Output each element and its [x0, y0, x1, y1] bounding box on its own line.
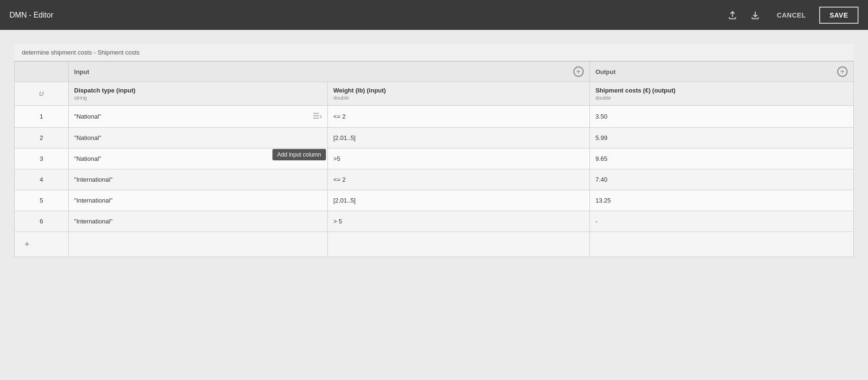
breadcrumb: determine shipment costs - Shipment cost… — [14, 44, 854, 61]
dmn-table-wrapper: Add input column Input + — [14, 61, 854, 257]
row-num-header — [15, 62, 69, 82]
page-title: DMN - Editor — [9, 11, 53, 19]
add-row-empty-3 — [589, 232, 853, 257]
row-num-4: 4 — [15, 169, 69, 190]
cell-cost-4[interactable]: 7.40 — [589, 169, 853, 190]
upload-button[interactable] — [724, 9, 741, 22]
annotation-u-cell: U — [15, 82, 69, 106]
input-section-header: Input + — [68, 62, 589, 82]
cell-cost-6[interactable]: - — [589, 211, 853, 232]
add-output-column-button[interactable]: + — [837, 66, 848, 77]
row-num-2: 2 — [15, 128, 69, 148]
row-num-1: 1 — [15, 106, 69, 128]
table-row: 2 "National" [2.01..5] 5.99 — [15, 128, 854, 148]
add-row-row: + — [15, 232, 854, 257]
col-name-shipment: Shipment costs (€) (output) — [596, 87, 848, 94]
col-title-shipment[interactable]: Shipment costs (€) (output) double — [589, 82, 853, 106]
cell-cost-2[interactable]: 5.99 — [589, 128, 853, 148]
table-row: 1 "National" — [15, 106, 854, 128]
cell-weight-2[interactable]: [2.01..5] — [327, 128, 589, 148]
row-num-3: 3 — [15, 148, 69, 169]
col-name-weight: Weight (lb) (input) — [334, 87, 584, 94]
cell-dispatch-2[interactable]: "National" — [68, 128, 327, 148]
output-section-header: Output + — [589, 62, 853, 82]
col-type-dispatch: string — [74, 95, 322, 101]
table-body: 1 "National" — [15, 106, 854, 257]
svg-rect-0 — [313, 113, 319, 114]
cell-cost-5[interactable]: 13.25 — [589, 190, 853, 211]
add-row-empty-1 — [68, 232, 327, 257]
cell-dispatch-1[interactable]: "National" — [68, 106, 327, 128]
cell-weight-3[interactable]: >5 — [327, 148, 589, 169]
table-row: 3 "National" >5 9.65 — [15, 148, 854, 169]
cell-weight-5[interactable]: [2.01..5] — [327, 190, 589, 211]
dmn-table: Input + Output + U — [14, 61, 854, 257]
col-title-weight[interactable]: Weight (lb) (input) double — [327, 82, 589, 106]
section-header-row: Input + Output + — [15, 62, 854, 82]
header-actions: CANCEL SAVE — [724, 7, 859, 24]
output-label: Output — [596, 68, 616, 75]
cell-dispatch-4[interactable]: "International" — [68, 169, 327, 190]
header: DMN - Editor CANCEL SAVE — [0, 0, 868, 30]
cell-weight-6[interactable]: > 5 — [327, 211, 589, 232]
annotation-icon-1[interactable] — [313, 112, 322, 120]
add-row-empty-2 — [327, 232, 589, 257]
col-type-weight: double — [334, 95, 584, 101]
svg-rect-2 — [313, 118, 319, 119]
cell-weight-1[interactable]: <= 2 — [327, 106, 589, 128]
add-row-button[interactable]: + — [20, 238, 34, 251]
cell-cost-1[interactable]: 3.50 — [589, 106, 853, 128]
row-num-5: 5 — [15, 190, 69, 211]
download-button[interactable] — [747, 9, 764, 22]
add-input-column-button[interactable]: + — [573, 66, 584, 77]
cell-dispatch-3[interactable]: "National" — [68, 148, 327, 169]
save-button[interactable]: SAVE — [819, 7, 859, 24]
cancel-button[interactable]: CANCEL — [769, 8, 814, 23]
row-num-6: 6 — [15, 211, 69, 232]
input-label: Input — [74, 68, 90, 75]
cell-dispatch-5[interactable]: "International" — [68, 190, 327, 211]
cell-dispatch-6[interactable]: "International" — [68, 211, 327, 232]
main-content: determine shipment costs - Shipment cost… — [0, 30, 868, 380]
table-row: 5 "International" [2.01..5] 13.25 — [15, 190, 854, 211]
column-title-row: U Dispatch type (input) string Weight (l… — [15, 82, 854, 106]
table-row: 4 "International" <= 2 7.40 — [15, 169, 854, 190]
col-title-dispatch[interactable]: Dispatch type (input) string — [68, 82, 327, 106]
add-row-cell: + — [15, 232, 69, 257]
col-type-shipment: double — [596, 95, 848, 101]
svg-rect-1 — [313, 115, 319, 116]
col-name-dispatch: Dispatch type (input) — [74, 87, 322, 94]
cell-weight-4[interactable]: <= 2 — [327, 169, 589, 190]
table-row: 6 "International" > 5 - — [15, 211, 854, 232]
cell-cost-3[interactable]: 9.65 — [589, 148, 853, 169]
